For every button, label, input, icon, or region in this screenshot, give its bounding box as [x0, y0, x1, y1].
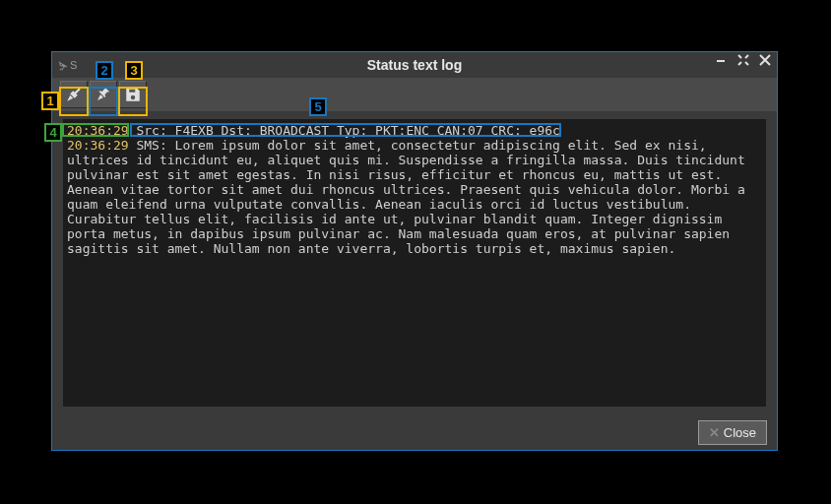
clear-button[interactable] [60, 81, 88, 108]
close-button[interactable]: ✕ Close [698, 420, 767, 445]
toolbar [52, 78, 777, 111]
content-area: 20:36:29 Src: F4EXB Dst: BROADCAST Typ: … [52, 111, 777, 414]
status-text-log-dialog: S Status text log 20:36:29 Src: F4EXB Ds… [51, 51, 778, 451]
save-button[interactable] [119, 81, 147, 108]
app-tag: S [52, 59, 77, 71]
scissors-icon [56, 59, 68, 71]
close-window-button[interactable] [757, 54, 773, 70]
floppy-icon [124, 86, 142, 103]
window-title: Status text log [52, 57, 777, 73]
close-button-label: Close [724, 425, 756, 440]
maximize-button[interactable] [735, 54, 751, 70]
broom-icon [65, 86, 83, 103]
pin-button[interactable] [90, 81, 117, 108]
pin-icon [95, 86, 112, 103]
title-bar: S Status text log [52, 52, 777, 78]
svg-rect-0 [717, 60, 725, 62]
minimize-icon [716, 54, 728, 66]
minimize-button[interactable] [714, 54, 730, 70]
footer: ✕ Close [52, 414, 777, 450]
maximize-icon [737, 54, 749, 66]
close-icon [759, 54, 771, 66]
close-x-icon: ✕ [709, 425, 720, 440]
log-text[interactable]: 20:36:29 Src: F4EXB Dst: BROADCAST Typ: … [63, 119, 766, 407]
